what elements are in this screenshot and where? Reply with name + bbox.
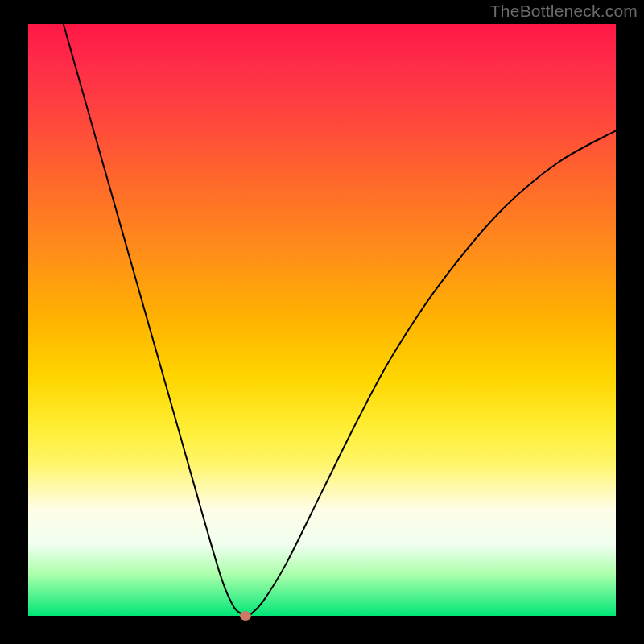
bottleneck-curve	[64, 24, 616, 616]
plot-area	[28, 24, 616, 616]
curve-layer	[28, 24, 616, 616]
optimal-point-marker	[240, 611, 251, 621]
watermark-text: TheBottleneck.com	[490, 2, 638, 21]
